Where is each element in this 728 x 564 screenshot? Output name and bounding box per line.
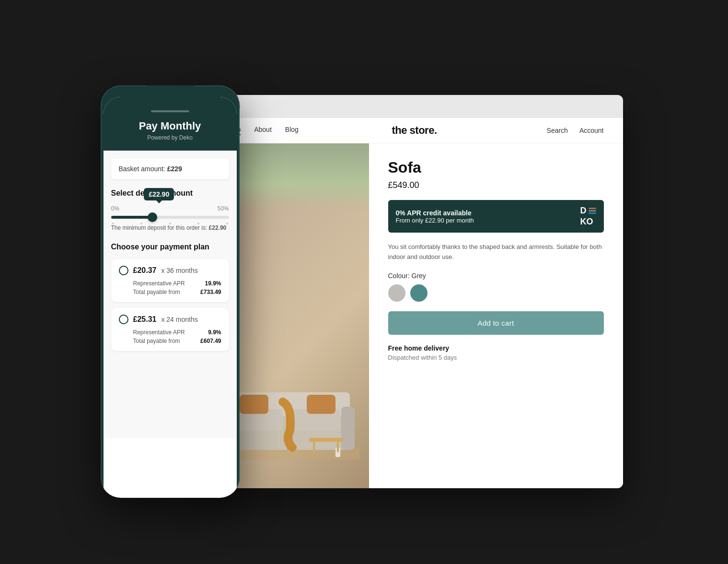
plan-months-2: x 24 months xyxy=(161,316,197,323)
plan-apr-value-2: 9.9% xyxy=(208,329,221,336)
plan-apr-label-1: Representative APR xyxy=(133,280,185,287)
colour-label: Colour: Grey xyxy=(388,272,604,280)
plan-amount-2: £25.31 xyxy=(133,315,157,324)
phone-screen: Pay Monthly Powered by Deko Basket amoun… xyxy=(104,97,237,498)
slider-labels: 0% £22.90 50% xyxy=(111,205,229,212)
product-details: Sofa £549.00 0% APR credit available Fro… xyxy=(369,143,623,488)
add-to-cart-button[interactable]: Add to cart xyxy=(388,311,604,335)
basket-amount: £229 xyxy=(167,165,182,173)
brand-logo: the store. xyxy=(392,124,437,137)
colour-value: Grey xyxy=(412,272,426,280)
phone-title: Pay Monthly xyxy=(113,120,227,132)
deko-logo-row-d: D xyxy=(580,206,596,216)
plan-amount-1: £20.37 xyxy=(133,266,157,275)
phone-subtitle: Powered by Deko xyxy=(113,134,227,141)
plan-total-value-1: £733.49 xyxy=(200,289,221,295)
deko-color-bars-top xyxy=(589,208,596,214)
deposit-bubble: £22.90 xyxy=(144,188,174,200)
deko-bar-red-top xyxy=(589,208,596,209)
browser-body: Shop About Blog the store. Search Accoun… xyxy=(206,118,623,488)
deko-banner-title: 0% APR credit available xyxy=(396,209,474,217)
min-deposit-amount: £22.90 xyxy=(209,224,227,231)
plan-radio-2[interactable] xyxy=(119,315,128,324)
min-deposit-text: The minimum deposit for this order is: xyxy=(111,224,208,231)
colour-section: Colour: Grey xyxy=(388,272,604,302)
plan-radio-1[interactable] xyxy=(119,266,128,275)
plan-card-2[interactable]: £25.31 x 24 months Representative APR 9.… xyxy=(111,308,229,351)
plan-apr-value-1: 19.9% xyxy=(205,280,221,287)
deko-bar-green-top xyxy=(589,210,596,212)
deko-banner-subtitle: From only £22.90 per month xyxy=(396,217,474,224)
deko-credit-banner[interactable]: 0% APR credit available From only £22.90… xyxy=(388,200,604,233)
minimum-deposit: The minimum deposit for this order is: £… xyxy=(111,224,229,231)
colour-label-text: Colour: xyxy=(388,272,410,280)
nav-link-blog[interactable]: Blog xyxy=(285,126,299,135)
plan-radio-inner-2 xyxy=(122,317,126,321)
nav-search[interactable]: Search xyxy=(547,127,568,134)
svg-rect-12 xyxy=(309,438,343,442)
plan-total-label-2: Total payable from xyxy=(133,338,180,344)
browser-window: Shop About Blog the store. Search Accoun… xyxy=(206,95,623,488)
deko-d-letter: D xyxy=(580,206,587,216)
browser-chrome xyxy=(206,95,623,118)
deko-logo-banner: D KO xyxy=(580,206,596,227)
plan-details-1: Representative APR 19.9% Total payable f… xyxy=(133,280,221,295)
product-price: £549.00 xyxy=(388,180,604,190)
deko-ko-letters: KO xyxy=(580,217,593,227)
phone-mockup: Pay Monthly Powered by Deko Basket amoun… xyxy=(101,85,240,498)
colour-swatch-teal[interactable] xyxy=(410,284,428,302)
plan-months-1: x 36 months xyxy=(161,267,197,274)
plan-total-label-1: Total payable from xyxy=(133,289,180,295)
nav-account[interactable]: Account xyxy=(579,127,604,134)
slider-thumb[interactable] xyxy=(148,212,157,222)
plan-radio-inner-1 xyxy=(122,269,126,272)
basket-row: Basket amount: £229 xyxy=(111,158,229,179)
plan-card-1[interactable]: £20.37 x 36 months Representative APR 19… xyxy=(111,259,229,302)
payment-plan-title: Choose your payment plan xyxy=(111,243,229,251)
plan-row-total-2: Total payable from £607.49 xyxy=(133,338,221,344)
deposit-section: Select deposit amount 0% £22.90 50% xyxy=(111,189,229,231)
phone-notch xyxy=(146,85,194,97)
slider-max-label: 50% xyxy=(217,205,229,212)
svg-rect-4 xyxy=(341,407,355,450)
deko-bar-blue-top xyxy=(589,212,596,214)
product-description: You sit comfortably thanks to the shaped… xyxy=(388,242,604,262)
svg-rect-9 xyxy=(307,395,335,414)
navigation: Shop About Blog the store. Search Accoun… xyxy=(206,118,623,143)
plan-row-apr-2: Representative APR 9.9% xyxy=(133,329,221,336)
slider-min-label: 0% xyxy=(111,205,119,212)
payment-plans: £20.37 x 36 months Representative APR 19… xyxy=(111,259,229,351)
plan-header-2: £25.31 x 24 months xyxy=(119,315,221,324)
delivery-subtitle: Dispatched within 5 days xyxy=(388,354,604,361)
colour-swatch-grey[interactable] xyxy=(388,284,405,302)
product-name: Sofa xyxy=(388,159,604,176)
basket-label: Basket amount: xyxy=(119,165,165,173)
phone-status-bar xyxy=(151,110,189,112)
colour-swatches xyxy=(388,284,604,302)
phone-header: Pay Monthly Powered by Deko xyxy=(104,97,237,151)
plan-header-1: £20.37 x 36 months xyxy=(119,266,221,275)
product-area: Sofa £549.00 0% APR credit available Fro… xyxy=(206,143,623,488)
nav-link-about[interactable]: About xyxy=(254,126,272,135)
plan-details-2: Representative APR 9.9% Total payable fr… xyxy=(133,329,221,344)
plan-row-total-1: Total payable from £733.49 xyxy=(133,289,221,295)
plan-apr-label-2: Representative APR xyxy=(133,329,185,336)
scene: Pay Monthly Powered by Deko Basket amoun… xyxy=(101,66,628,498)
slider-fill xyxy=(111,216,152,219)
deko-logo-row-ko: KO xyxy=(580,217,593,227)
plan-row-apr-1: Representative APR 19.9% xyxy=(133,280,221,287)
plan-total-value-2: £607.49 xyxy=(200,338,221,344)
phone-body: Basket amount: £229 Select deposit amoun… xyxy=(104,151,237,438)
delivery-title: Free home delivery xyxy=(388,344,604,352)
nav-actions: Search Account xyxy=(547,127,604,134)
delivery-section: Free home delivery Dispatched within 5 d… xyxy=(388,344,604,361)
slider-track[interactable] xyxy=(111,216,229,219)
svg-rect-8 xyxy=(240,395,268,414)
deko-banner-text: 0% APR credit available From only £22.90… xyxy=(396,209,474,224)
